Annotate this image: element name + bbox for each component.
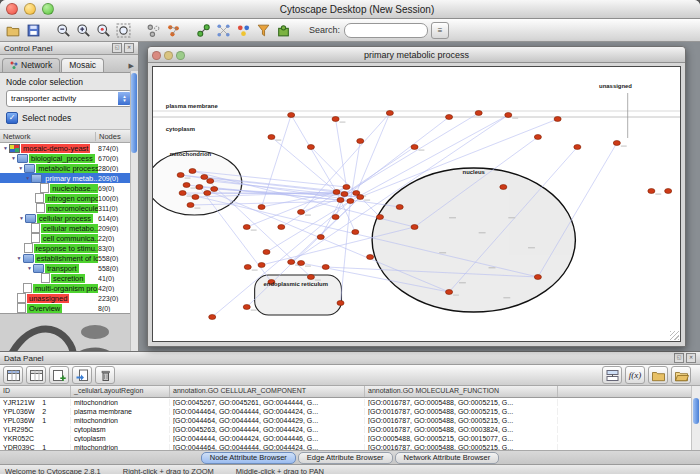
new-network-icon[interactable] bbox=[194, 21, 213, 40]
save-session-icon[interactable] bbox=[24, 21, 43, 40]
open-folder-icon[interactable] bbox=[671, 366, 691, 384]
map-ontology-icon[interactable] bbox=[602, 366, 622, 384]
table-row[interactable]: YKR052Ccytoplasm[GO:0044444, GO:0044424,… bbox=[0, 434, 700, 443]
node-count: 874(0) bbox=[98, 145, 131, 152]
node-color-dropdown[interactable]: transporter activity ▲▼ bbox=[6, 90, 132, 107]
window-titlebar[interactable]: Cytoscape Desktop (New Session) bbox=[0, 0, 700, 19]
scrollbar-thumb[interactable] bbox=[131, 73, 137, 153]
minimize-button[interactable] bbox=[24, 3, 36, 15]
node-count: 209(0) bbox=[98, 175, 131, 182]
tree-item-mosaic-demo-yeast[interactable]: ▼mosaic-demo-yeast874(0) bbox=[0, 143, 131, 153]
show-all-icon[interactable] bbox=[164, 21, 183, 40]
tree-item-label: establishment of lo... bbox=[35, 254, 98, 263]
tree-item-primary-metab[interactable]: ▼primary metab...209(0) bbox=[0, 173, 131, 183]
network-canvas[interactable]: plasma membranecytoplasmmitochondrionnuc… bbox=[152, 66, 681, 342]
delete-attribute-icon[interactable] bbox=[95, 366, 115, 384]
tree-item-establishment-of-lo[interactable]: ▼establishment of lo...558(0) bbox=[0, 253, 131, 263]
expand-caret-icon[interactable]: ▼ bbox=[17, 165, 24, 171]
close-button[interactable] bbox=[6, 3, 18, 15]
apply-layout-icon[interactable] bbox=[214, 21, 233, 40]
cytoscape-window: Cytoscape Desktop (New Session) Search: … bbox=[0, 0, 700, 474]
network-maximize-icon[interactable] bbox=[176, 51, 185, 60]
main-area: Control Panel ◱ ✕ Network Mosaic ▶ Node … bbox=[0, 42, 700, 351]
welcome-message: Welcome to Cytoscape 2.8.1 bbox=[5, 467, 101, 474]
float-data-panel-icon[interactable]: ◱ bbox=[674, 353, 684, 363]
tab-node-attribute-browser[interactable]: Node Attribute Browser bbox=[201, 452, 296, 464]
leaf-icon bbox=[31, 233, 40, 243]
tree-item-unassigned[interactable]: unassigned223(0) bbox=[0, 293, 131, 303]
table-row[interactable]: YJR121W__1mitochondrion[GO:0045267, GO:0… bbox=[0, 398, 700, 407]
tree-item-response-to-stimu[interactable]: response to stimu...83(0) bbox=[0, 243, 131, 253]
table-row[interactable]: YPL036W__2plasma membrane[GO:0044464, GO… bbox=[0, 407, 700, 416]
column-header-molecular-function[interactable]: annotation.GO MOLECULAR_FUNCTION bbox=[365, 386, 558, 397]
expand-caret-icon[interactable]: ▼ bbox=[26, 265, 33, 271]
table-scrollbar[interactable] bbox=[691, 386, 700, 450]
import-attributes-icon[interactable] bbox=[72, 366, 92, 384]
search-options-button[interactable]: ≡ bbox=[431, 22, 449, 39]
import-file-icon[interactable] bbox=[648, 366, 668, 384]
plugins-icon[interactable] bbox=[274, 21, 293, 40]
expand-caret-icon[interactable]: ▼ bbox=[16, 255, 23, 261]
zoom-selected-icon[interactable] bbox=[94, 21, 113, 40]
new-attribute-icon[interactable] bbox=[49, 366, 69, 384]
column-header-region[interactable]: _cellularLayoutRegion bbox=[71, 386, 170, 397]
zoom-in-icon[interactable] bbox=[74, 21, 93, 40]
tree-item-nucleobase[interactable]: nucleobase...69(0) bbox=[0, 183, 131, 193]
tree-item-multi-organism-pro[interactable]: multi-organism pro...42(0) bbox=[0, 283, 131, 293]
network-window-titlebar[interactable]: primary metabolic process bbox=[148, 47, 685, 63]
control-panel-scrollbar[interactable] bbox=[130, 71, 138, 351]
network-column-header[interactable]: Network bbox=[3, 132, 95, 141]
tree-item-cell-communica[interactable]: cell communica...22(0) bbox=[0, 233, 131, 243]
network-close-icon[interactable] bbox=[152, 51, 161, 60]
zoom-out-icon[interactable] bbox=[54, 21, 73, 40]
hide-selected-icon[interactable] bbox=[144, 21, 163, 40]
close-data-panel-icon[interactable]: ✕ bbox=[686, 353, 696, 363]
column-header-id[interactable]: ID bbox=[0, 386, 71, 397]
table-row[interactable]: YDR039C__1mitochondrion[GO:0044464, GO:0… bbox=[0, 443, 700, 450]
leaf-icon bbox=[35, 193, 44, 203]
expand-caret-icon[interactable]: ▼ bbox=[24, 175, 31, 181]
fx-button[interactable]: f(x) bbox=[625, 366, 645, 384]
tree-item-macromolecule[interactable]: macromolecule...311(0) bbox=[0, 203, 131, 213]
tree-item-nitrogen-compo[interactable]: nitrogen compo...100(0) bbox=[0, 193, 131, 203]
resize-grip[interactable] bbox=[670, 331, 679, 340]
expand-caret-icon[interactable]: ▼ bbox=[10, 155, 17, 161]
network-minimize-icon[interactable] bbox=[164, 51, 173, 60]
tree-item-cellular-process[interactable]: ▼cellular process614(0) bbox=[0, 213, 131, 223]
float-panel-icon[interactable]: ◱ bbox=[112, 43, 122, 53]
tab-network[interactable]: Network bbox=[2, 58, 60, 72]
node-count: 42(0) bbox=[98, 285, 131, 292]
tree-item-label: transport bbox=[45, 264, 79, 273]
table-row[interactable]: YLR295Ccytoplasm[GO:0045263, GO:0044444,… bbox=[0, 425, 700, 434]
zoom-window-button[interactable] bbox=[42, 3, 54, 15]
table-cell: [GO:0044464, GO:0044444, GO:0044424, G..… bbox=[170, 408, 365, 415]
tree-item-metabolic-process[interactable]: ▼metabolic process280(0) bbox=[0, 163, 131, 173]
filters-icon[interactable] bbox=[254, 21, 273, 40]
unselect-attributes-icon[interactable] bbox=[26, 366, 46, 384]
select-nodes-checkbox[interactable]: ✓ Select nodes bbox=[6, 112, 132, 124]
tree-item-secretion[interactable]: secretion41(0) bbox=[0, 273, 131, 283]
tab-network-attribute-browser[interactable]: Network Attribute Browser bbox=[395, 452, 500, 464]
close-panel-icon[interactable]: ✕ bbox=[124, 43, 134, 53]
svg-text:cytoplasm: cytoplasm bbox=[166, 126, 195, 132]
svg-text:unassigned: unassigned bbox=[599, 83, 632, 89]
attribute-browser-tabs: Node Attribute BrowserEdge Attribute Bro… bbox=[0, 450, 700, 464]
open-session-icon[interactable] bbox=[4, 21, 23, 40]
tab-mosaic[interactable]: Mosaic bbox=[61, 58, 104, 72]
tree-item-biological-process[interactable]: ▼biological_process670(0) bbox=[0, 153, 131, 163]
table-row[interactable]: YPL036W__1mitochondrion[GO:0044464, GO:0… bbox=[0, 416, 700, 425]
zoom-fit-icon[interactable] bbox=[114, 21, 133, 40]
tab-edge-attribute-browser[interactable]: Edge Attribute Browser bbox=[298, 452, 393, 464]
expand-caret-icon[interactable]: ▼ bbox=[2, 145, 9, 151]
tree-item-cellular-metabo[interactable]: cellular metabo...209(0) bbox=[0, 223, 131, 233]
tree-item-transport[interactable]: ▼transport558(0) bbox=[0, 263, 131, 273]
table-scrollbar-thumb[interactable] bbox=[693, 398, 699, 424]
search-input[interactable] bbox=[344, 23, 428, 38]
expand-caret-icon[interactable]: ▼ bbox=[18, 215, 25, 221]
nodes-column-header[interactable]: Nodes bbox=[95, 132, 135, 141]
column-header-cellular-component[interactable]: annotation.GO CELLULAR_COMPONENT bbox=[170, 386, 365, 397]
tree-item-overview[interactable]: Overview8(0) bbox=[0, 303, 131, 313]
network-overview-thumbnail[interactable] bbox=[0, 313, 138, 351]
vizmapper-icon[interactable] bbox=[234, 21, 253, 40]
select-attributes-icon[interactable] bbox=[3, 366, 23, 384]
